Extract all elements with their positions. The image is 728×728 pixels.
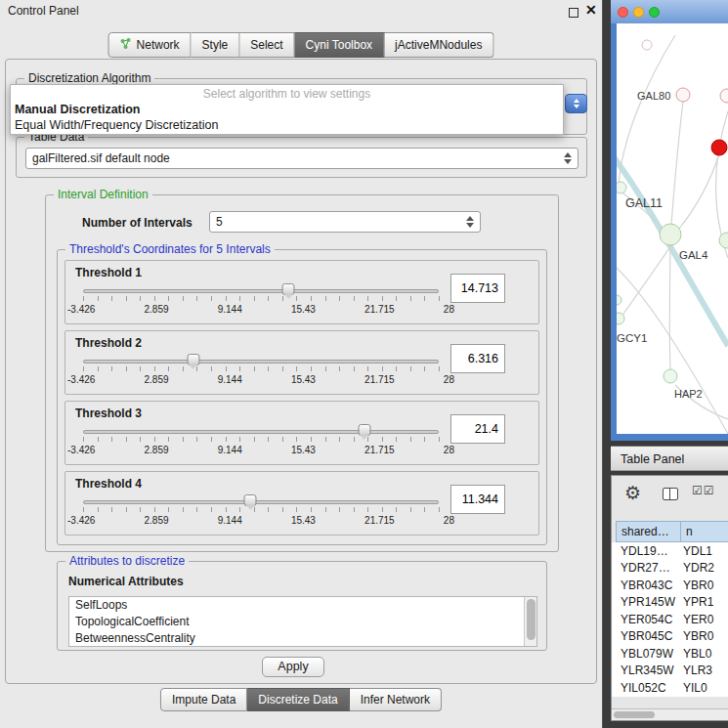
top-tab-bar: Network Style Select Cyni Toolbox jActiv… (108, 32, 494, 58)
threshold-slider[interactable] (83, 493, 439, 513)
list-item[interactable]: SelfLoops (69, 597, 536, 614)
list-item[interactable]: TopologicalCoefficient (69, 614, 536, 630)
threshold-panel-4: Threshold 4 -3.426 2.859 9.144 15.43 21.… (64, 471, 539, 535)
list-scrollbar[interactable] (524, 597, 536, 646)
dropdown-option-equal-width[interactable]: Equal Width/Frequency Discretization (11, 117, 563, 133)
table-header-row: shared… n (612, 521, 728, 542)
close-traffic-light-icon[interactable] (618, 7, 628, 18)
network-node[interactable] (720, 89, 728, 103)
slider-track[interactable] (83, 360, 439, 364)
table-horizontal-scrollbar[interactable] (612, 708, 728, 720)
scrollbar-thumb[interactable] (527, 599, 535, 640)
slider-ticks (83, 366, 440, 371)
numerical-attributes-list[interactable]: SelfLoops TopologicalCoefficient Between… (68, 596, 537, 647)
threshold-label: Threshold 4 (75, 477, 142, 491)
slider-thumb[interactable] (187, 354, 199, 365)
network-node[interactable] (617, 313, 624, 324)
slider-thumb[interactable] (244, 494, 257, 506)
dropdown-placeholder: Select algorithm to view settings (11, 87, 563, 102)
scrollbar-thumb[interactable] (614, 711, 655, 718)
slider-track[interactable] (83, 430, 439, 434)
group-title: Interval Definition (54, 188, 152, 201)
table-row[interactable]: YBR045CYBR0 (612, 628, 728, 646)
tab-label: Network (137, 38, 180, 52)
table-row[interactable]: YLR345WYLR3 (612, 663, 728, 680)
slider-ticks (83, 437, 440, 442)
zoom-traffic-light-icon[interactable] (649, 7, 660, 18)
node-label: GAL4 (679, 249, 708, 261)
slider-scale-labels: -3.426 2.859 9.144 15.43 21.715 28 (67, 515, 454, 526)
threshold-panel-3: Threshold 3 -3.426 2.859 9.144 15.43 21.… (64, 401, 539, 465)
network-node[interactable] (664, 369, 677, 383)
network-canvas[interactable]: GAL80 GAL11 GAL4 GCY1 HAP2 (617, 23, 728, 434)
threshold-value-input[interactable] (450, 274, 505, 303)
network-node[interactable] (660, 224, 681, 245)
slider-track[interactable] (83, 289, 439, 293)
network-node-selected[interactable] (711, 140, 727, 155)
threshold-label: Threshold 3 (75, 407, 142, 420)
num-intervals-spinner[interactable]: 5 (209, 211, 481, 233)
threshold-slider[interactable] (83, 282, 439, 302)
threshold-value-input[interactable] (450, 414, 505, 444)
table-panel-titlebar: Table Panel (611, 446, 728, 471)
apply-button[interactable]: Apply (262, 657, 324, 677)
float-window-icon[interactable] (569, 8, 578, 18)
group-title: Threshold's Coordinates for 5 Intervals (65, 242, 275, 256)
combo-up-arrow-icon (574, 99, 579, 103)
network-node[interactable] (617, 182, 626, 193)
minimize-traffic-light-icon[interactable] (633, 7, 644, 18)
network-node[interactable] (642, 40, 652, 50)
slider-thumb[interactable] (282, 283, 295, 295)
threshold-slider[interactable] (83, 423, 439, 443)
tab-network[interactable]: Network (108, 32, 192, 58)
network-edge (671, 102, 683, 225)
network-node[interactable] (617, 295, 621, 305)
algorithm-combobox[interactable] (565, 94, 587, 113)
network-node[interactable] (719, 233, 728, 248)
threshold-value-input[interactable] (450, 485, 505, 514)
table-row[interactable]: YDR27…YDR2 (612, 560, 728, 578)
table-row[interactable]: YIL052CYIL0 (612, 679, 728, 697)
group-title: Discretization Algorithm (24, 71, 154, 85)
table-toolbar: ⚙ ☑☑ (612, 476, 728, 515)
tab-jactivemnodules[interactable]: jActiveMNodules (384, 32, 493, 58)
close-icon[interactable]: ✕ (585, 2, 597, 18)
slider-scale-labels: -3.426 2.859 9.144 15.43 21.715 28 (67, 445, 454, 455)
panel-title: Control Panel (8, 4, 79, 18)
column-header[interactable]: n (681, 521, 728, 542)
network-icon (120, 37, 133, 53)
node-label: HAP2 (674, 388, 703, 400)
tab-cyni-toolbox[interactable]: Cyni Toolbox (295, 32, 384, 58)
bottom-tab-bar: Impute Data Discretize Data Infer Networ… (160, 688, 442, 711)
threshold-value-input[interactable] (450, 344, 505, 373)
threshold-slider[interactable] (83, 353, 439, 372)
group-title: Attributes to discretize (65, 554, 189, 568)
network-edge (617, 150, 728, 346)
column-header[interactable]: shared… (616, 521, 681, 542)
table-body: YDL19…YDL1 YDR27…YDR2 YBR043CYBR0 YPR145… (612, 542, 728, 697)
selected-table: galFiltered.sif default node (32, 151, 564, 165)
table-row[interactable]: YER054CYER0 (612, 611, 728, 628)
columns-icon[interactable] (663, 488, 678, 500)
slider-thumb[interactable] (358, 424, 370, 436)
list-item[interactable]: BetweennessCentrality (69, 630, 536, 647)
tab-discretize-data[interactable]: Discretize Data (247, 688, 349, 711)
table-row[interactable]: YBL079WYBL0 (612, 645, 728, 663)
tab-impute-data[interactable]: Impute Data (160, 688, 247, 711)
num-intervals-value: 5 (216, 215, 466, 229)
tab-style[interactable]: Style (192, 32, 240, 58)
table-data-select[interactable]: galFiltered.sif default node (25, 148, 578, 169)
table-row[interactable]: YBR043CYBR0 (612, 577, 728, 594)
network-edge (679, 153, 719, 229)
select-columns-checkbox-icons[interactable]: ☑☑ (692, 484, 715, 497)
network-node[interactable] (676, 88, 690, 102)
dropdown-option-manual[interactable]: Manual Discretization (11, 102, 563, 117)
tab-select[interactable]: Select (239, 32, 294, 58)
num-intervals-label: Number of Intervals (82, 216, 193, 230)
slider-track[interactable] (83, 500, 439, 504)
gear-icon[interactable]: ⚙ (624, 482, 641, 504)
table-row[interactable]: YPR145WYPR1 (612, 594, 728, 612)
tab-infer-network[interactable]: Infer Network (350, 688, 442, 711)
table-row[interactable]: YDL19…YDL1 (612, 542, 728, 560)
desktop: { "control_panel": { "title": "Control P… (0, 0, 728, 728)
